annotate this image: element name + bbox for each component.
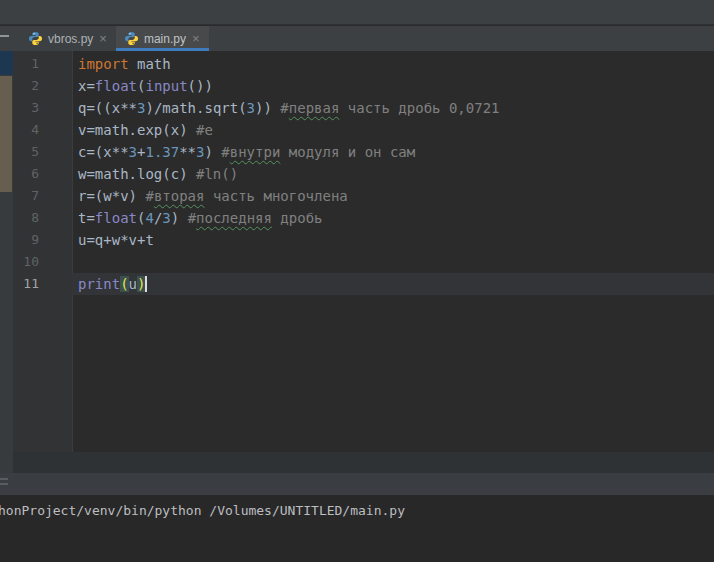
code-token: )/math.sqrt( <box>145 100 246 116</box>
panel-resize-handle[interactable] <box>0 35 9 37</box>
code-token: ()) <box>188 78 213 94</box>
tool-window-splitter <box>0 473 714 495</box>
tab-label: main.py <box>144 32 186 46</box>
code-token: 3 <box>247 100 255 116</box>
code-token: u <box>129 276 137 292</box>
code-token: print <box>78 276 120 292</box>
line-number[interactable]: 10 <box>13 251 72 273</box>
code-line[interactable]: 6w=math.log(c) #ln() <box>13 163 714 185</box>
code-token: 3 <box>162 210 170 226</box>
code-token: v=math.exp(x) <box>78 122 196 138</box>
code-token: часть дробь 0,0721 <box>339 100 499 116</box>
code-text: u=q+w*v+t <box>72 229 714 251</box>
line-number[interactable]: 2 <box>13 75 72 97</box>
code-token: вторая <box>154 188 205 204</box>
line-number[interactable]: 6 <box>13 163 72 185</box>
code-text: x=float(input()) <box>72 75 714 97</box>
code-text: v=math.exp(x) #e <box>72 119 714 141</box>
line-number[interactable]: 8 <box>13 207 72 229</box>
code-text: c=(x**3+1.37**3) #внутри модуля и он сам <box>72 141 714 163</box>
code-token: w=math.log(c) <box>78 166 196 182</box>
code-token: input <box>145 78 187 94</box>
code-editor[interactable]: 1import math2x=float(input())3q=((x**3)/… <box>13 51 714 452</box>
line-number[interactable]: 7 <box>13 185 72 207</box>
code-token: t= <box>78 210 95 226</box>
code-token: ) <box>171 210 188 226</box>
python-file-icon <box>124 31 139 46</box>
tabs-container: vbros.py × main.py × <box>20 26 209 51</box>
line-number[interactable]: 3 <box>13 97 72 119</box>
tab-vbros-py[interactable]: vbros.py × <box>20 26 116 51</box>
code-token: x= <box>78 78 95 94</box>
code-line[interactable]: 3q=((x**3)/math.sqrt(3)) #первая часть д… <box>13 97 714 119</box>
code-text: w=math.log(c) #ln() <box>72 163 714 185</box>
code-text: print(u) <box>72 273 714 295</box>
editor-tab-bar: vbros.py × main.py × <box>0 26 714 51</box>
ide-window: vbros.py × main.py × 1import math2x=floa… <box>0 0 714 562</box>
code-token: # <box>188 210 196 226</box>
code-text: t=float(4/3) #последняя дробь <box>72 207 714 229</box>
code-lines: 1import math2x=float(input())3q=((x**3)/… <box>13 51 714 295</box>
line-number[interactable]: 5 <box>13 141 72 163</box>
code-line[interactable]: 11print(u) <box>13 273 714 295</box>
tab-close-icon[interactable]: × <box>191 32 201 45</box>
code-token: дробь <box>272 210 323 226</box>
console-output-line: honProject/venv/bin/python /Volumes/UNTI… <box>0 503 405 518</box>
code-token: #ln() <box>196 166 238 182</box>
editor-scroll-area <box>13 452 714 473</box>
code-token: ) <box>204 144 221 160</box>
code-token: модуля и он сам <box>280 144 415 160</box>
code-token: последняя <box>196 210 272 226</box>
code-token: )) <box>255 100 280 116</box>
code-text: q=((x**3)/math.sqrt(3)) #первая часть др… <box>72 97 714 119</box>
text-caret <box>145 276 147 292</box>
code-text: r=(w*v) #вторая часть многочлена <box>72 185 714 207</box>
code-token: ** <box>179 144 196 160</box>
code-text: import math <box>72 53 714 75</box>
tab-main-py[interactable]: main.py × <box>116 26 209 51</box>
code-token: # <box>221 144 229 160</box>
project-selection-fragment <box>0 51 13 75</box>
line-number[interactable]: 9 <box>13 229 72 251</box>
code-token: внутри <box>230 144 281 160</box>
code-line[interactable]: 8t=float(4/3) #последняя дробь <box>13 207 714 229</box>
code-token: часть многочлена <box>204 188 347 204</box>
code-line[interactable]: 2x=float(input()) <box>13 75 714 97</box>
code-token: float <box>95 210 137 226</box>
project-panel-edge <box>0 51 13 473</box>
code-token: #e <box>196 122 213 138</box>
code-token: ) <box>137 276 145 292</box>
code-line[interactable]: 5c=(x**3+1.37**3) #внутри модуля и он са… <box>13 141 714 163</box>
tab-label: vbros.py <box>48 32 93 46</box>
run-console[interactable]: honProject/venv/bin/python /Volumes/UNTI… <box>0 495 714 562</box>
code-token: # <box>145 188 153 204</box>
code-token: math <box>129 56 171 72</box>
code-token: import <box>78 56 129 72</box>
line-number[interactable]: 4 <box>13 119 72 141</box>
code-line[interactable]: 4v=math.exp(x) #e <box>13 119 714 141</box>
code-token: 1.37 <box>145 144 179 160</box>
code-token: 3 <box>129 144 137 160</box>
code-line[interactable]: 1import math <box>13 53 714 75</box>
code-line[interactable]: 9u=q+w*v+t <box>13 229 714 251</box>
toolbar-strip <box>0 0 714 25</box>
line-number[interactable]: 11 <box>13 273 72 295</box>
splitter-grip[interactable] <box>0 483 8 485</box>
code-line[interactable]: 10 <box>13 251 714 273</box>
code-token: r=(w*v) <box>78 188 145 204</box>
code-token: 4 <box>145 210 153 226</box>
code-token: u=q+w*v+t <box>78 232 154 248</box>
code-token: # <box>280 100 288 116</box>
python-file-icon <box>28 31 43 46</box>
code-token: ( <box>120 276 128 292</box>
code-text <box>72 251 714 273</box>
splitter-grip[interactable] <box>0 478 8 480</box>
code-line[interactable]: 7r=(w*v) #вторая часть многочлена <box>13 185 714 207</box>
code-token: первая <box>289 100 340 116</box>
code-token: q=((x** <box>78 100 137 116</box>
tab-close-icon[interactable]: × <box>98 32 108 45</box>
scrollbar-thumb[interactable] <box>0 76 12 192</box>
code-token: float <box>95 78 137 94</box>
line-number[interactable]: 1 <box>13 53 72 75</box>
code-token: c=(x** <box>78 144 129 160</box>
